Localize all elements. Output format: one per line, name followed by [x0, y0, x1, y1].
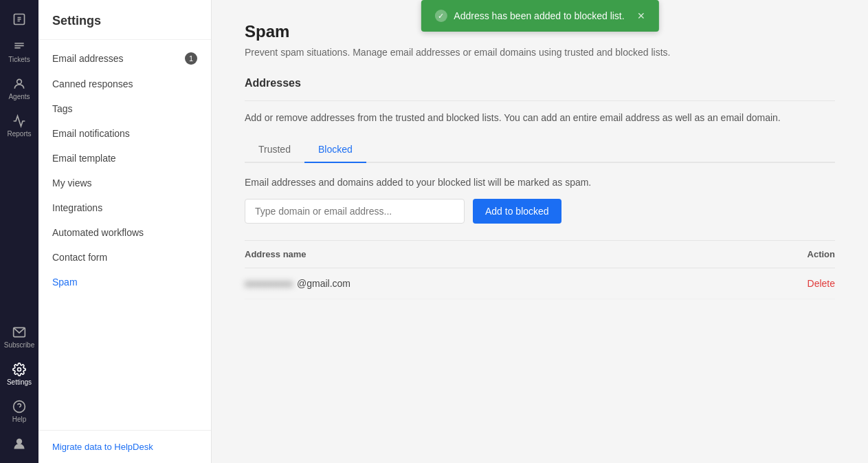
sidebar-item-tags[interactable]: Tags [38, 96, 211, 121]
table-row: xxxxxxxxxx @gmail.com Delete [245, 268, 835, 299]
sidebar-item-label: Canned responses [52, 78, 133, 89]
settings-label: Settings [7, 378, 32, 386]
address-tabs: Trusted Blocked [245, 137, 835, 163]
sidebar-item-my-views[interactable]: My views [38, 171, 211, 195]
tickets-label: Tickets [8, 56, 30, 63]
help-label: Help [12, 416, 27, 423]
sidebar-item-automated-workflows[interactable]: Automated workflows [38, 220, 211, 245]
sidebar-item-label: Integrations [52, 202, 102, 213]
domain-input[interactable] [245, 199, 465, 224]
sidebar-item-label: Contact form [52, 252, 107, 263]
page-subtitle: Prevent spam situations. Manage email ad… [245, 47, 835, 58]
section-title: Addresses [245, 77, 835, 89]
delete-button[interactable]: Delete [808, 278, 835, 289]
toast-check-icon: ✓ [434, 10, 447, 22]
tab-trusted[interactable]: Trusted [245, 137, 304, 163]
sidebar-menu: Email addresses 1 Canned responses Tags … [38, 40, 211, 430]
subscribe-label: Subscribe [4, 341, 34, 349]
tab-blocked[interactable]: Blocked [304, 137, 366, 163]
toast-notification: ✓ Address has been added to blocked list… [421, 0, 658, 32]
toast-message: Address has been added to blocked list. [454, 10, 624, 21]
address-cell: xxxxxxxxxx @gmail.com [245, 278, 350, 289]
sidebar-item-label: Tags [52, 103, 73, 114]
sidebar-item-email-notifications[interactable]: Email notifications [38, 121, 211, 146]
sidebar-item-contact-form[interactable]: Contact form [38, 245, 211, 270]
svg-point-3 [18, 368, 21, 372]
table-header: Address name Action [245, 241, 835, 268]
sidebar-item-spam[interactable]: Spam [38, 270, 211, 294]
migrate-link[interactable]: Migrate data to HelpDesk [38, 430, 211, 463]
icon-nav: Tickets Agents Reports Subscribe Setting… [0, 0, 38, 463]
col-action: Action [808, 249, 835, 259]
agents-label: Agents [8, 93, 30, 100]
col-address-name: Address name [245, 249, 307, 259]
sidebar-title: Settings [38, 0, 211, 40]
toast-close-button[interactable]: ✕ [637, 10, 645, 21]
sidebar-item-label: Email addresses [52, 53, 124, 64]
nav-subscribe[interactable]: Subscribe [0, 319, 38, 356]
content-area: Spam Prevent spam situations. Manage ema… [212, 0, 868, 463]
tab-description: Email addresses and domains added to you… [245, 177, 835, 188]
email-addresses-badge: 1 [185, 52, 197, 65]
nav-tickets[interactable]: Tickets [0, 33, 38, 70]
address-blurred-part: xxxxxxxxxx [245, 278, 293, 289]
nav-edit[interactable] [0, 6, 38, 33]
reports-label: Reports [7, 130, 31, 138]
nav-settings[interactable]: Settings [0, 356, 38, 393]
nav-help[interactable]: Help [0, 393, 38, 430]
address-domain: @gmail.com [297, 278, 350, 289]
svg-point-1 [17, 79, 22, 84]
sidebar-item-integrations[interactable]: Integrations [38, 195, 211, 220]
sidebar-item-label: Automated workflows [52, 227, 144, 238]
sidebar-item-email-template[interactable]: Email template [38, 146, 211, 171]
sidebar: Settings Email addresses 1 Canned respon… [38, 0, 212, 463]
sidebar-item-label: My views [52, 177, 92, 189]
svg-point-6 [16, 439, 22, 444]
sidebar-item-label: Email template [52, 153, 116, 164]
nav-agents[interactable]: Agents [0, 70, 38, 107]
sidebar-item-label: Email notifications [52, 128, 130, 139]
main-content: ✓ Address has been added to blocked list… [212, 0, 868, 463]
addresses-table: Address name Action xxxxxxxxxx @gmail.co… [245, 240, 835, 299]
nav-avatar[interactable] [0, 430, 38, 457]
sidebar-item-email-addresses[interactable]: Email addresses 1 [38, 45, 211, 72]
section-desc: Add or remove addresses from the trusted… [245, 112, 835, 123]
add-blocked-row: Add to blocked [245, 199, 835, 224]
add-to-blocked-button[interactable]: Add to blocked [473, 199, 561, 224]
nav-reports[interactable]: Reports [0, 107, 38, 144]
sidebar-item-label: Spam [52, 277, 78, 288]
sidebar-item-canned-responses[interactable]: Canned responses [38, 72, 211, 96]
